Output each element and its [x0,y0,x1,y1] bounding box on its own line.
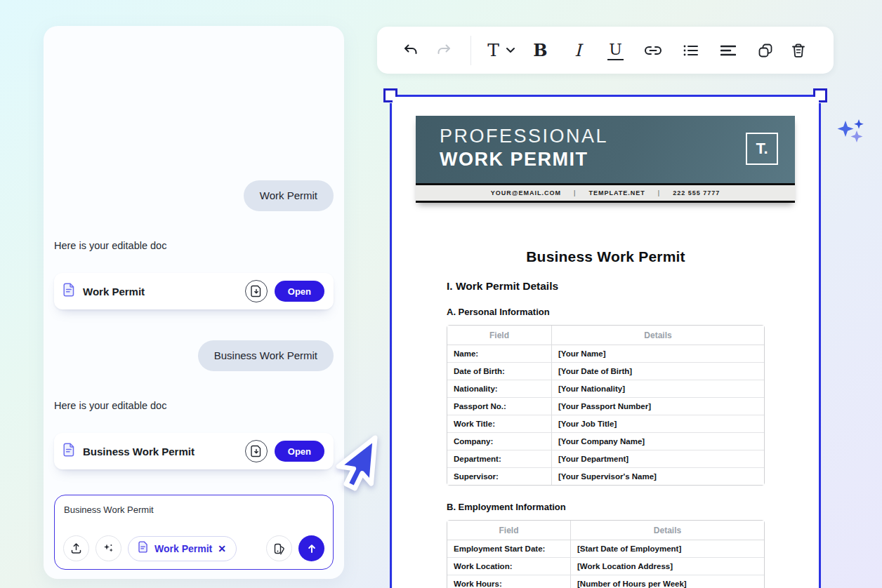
attachment-chip[interactable]: Work Permit ✕ [128,536,237,561]
ai-sparkles-button[interactable] [96,535,121,561]
bold-button[interactable]: B [522,36,560,65]
user-message-bubble: Work Permit [244,180,334,211]
contact-site: TEMPLATE.NET [588,189,645,196]
table-row: Department:[Your Department] [447,450,764,468]
formatting-toolbar: T B I U [377,27,834,74]
doc-card[interactable]: Work Permit Open [54,273,334,309]
field-cell: Supervisor: [447,468,551,485]
chevron-down-icon [506,47,515,53]
download-doc-button[interactable] [245,440,268,462]
field-cell: Company: [447,433,551,450]
field-cell: Passport No.: [447,398,551,415]
details-cell: [Your Supervisor's Name] [551,468,764,485]
undo-icon[interactable] [397,36,425,65]
remove-attachment-icon[interactable]: ✕ [218,543,226,554]
details-cell: [Your Company Name] [551,433,764,450]
selection-frame-right [819,103,821,588]
italic-label: I [574,41,581,60]
table-header-row: Field Details [447,326,764,345]
assistant-message-text: Here is your editable doc [54,400,166,411]
selection-frame-left [390,103,392,588]
subsection-heading-b: B. Employment Information [447,502,566,512]
table-row: Work Hours:[Number of Hours per Week] [447,575,764,588]
table-row: Work Title:[Your Job Title] [447,415,764,433]
italic-button[interactable]: I [559,36,597,65]
details-cell: [Your Name] [551,345,764,363]
chat-composer[interactable]: Business Work Permit Work Permit ✕ [54,495,334,570]
document-icon [63,283,76,300]
sparkle-small [854,119,864,129]
contact-email: YOUR@EMAIL.COM [491,189,561,196]
table-row: Work Location:[Work Location Address] [447,558,764,575]
doc-card-title: Business Work Permit [83,446,195,457]
cursor-pointer-decoration [333,432,395,500]
field-cell: Name: [447,345,551,363]
table-row: Nationality:[Your Nationality] [447,380,764,398]
table-row: Supervisor:[Your Supervisor's Name] [447,468,764,485]
details-header: Details [551,326,764,345]
open-doc-button[interactable]: Open [275,441,324,462]
open-doc-button[interactable]: Open [275,281,324,302]
field-cell: Nationality: [447,380,551,398]
document-title: Business Work Permit [393,248,819,265]
table-row: Employment Start Date:[Start Date of Emp… [447,540,764,558]
align-icon[interactable] [709,36,747,65]
underline-label: U [607,41,624,60]
table-row: Name:[Your Name] [447,345,764,363]
chat-panel: Work Permit Here is your editable doc Wo… [44,26,344,579]
document-header-image: PROFESSIONAL WORK PERMIT T. YOUR@EMAIL.C… [416,116,795,203]
brand-logo: T. [746,133,778,165]
text-style-dropdown[interactable]: T [481,36,521,65]
composer-toolbar: Work Permit ✕ [63,535,324,561]
doc-card[interactable]: Business Work Permit Open [54,433,334,469]
details-cell: [Your Date of Birth] [551,363,764,380]
details-cell: [Your Passport Number] [551,398,764,415]
redo-icon[interactable] [430,36,459,65]
details-cell: [Number of Hours per Week] [570,575,764,588]
details-cell: [Start Date of Employment] [570,540,764,558]
header-rule-bottom [416,201,795,203]
send-button[interactable] [298,535,324,561]
delete-icon[interactable] [783,36,814,65]
contact-separator: | [658,189,660,196]
field-cell: Work Location: [447,558,570,575]
attachment-doc-icon [138,541,149,556]
header-contact-bar: YOUR@EMAIL.COM | TEMPLATE.NET | 222 555 … [416,185,795,201]
field-cell: Date of Birth: [447,363,551,380]
underline-button[interactable]: U [597,36,635,65]
personal-info-table: Field Details Name:[Your Name]Date of Bi… [447,325,765,486]
contact-separator: | [574,189,576,196]
contact-phone: 222 555 7777 [673,189,720,196]
download-doc-button[interactable] [245,280,268,302]
design-templates-button[interactable] [266,535,292,561]
field-cell: Work Title: [447,415,551,433]
field-cell: Employment Start Date: [447,540,570,558]
user-message-text: Work Permit [260,189,317,201]
field-cell: Work Hours: [447,575,570,588]
sparkle-medium [851,131,863,142]
table-header-row: Field Details [447,521,764,540]
header-banner: PROFESSIONAL WORK PERMIT T. [416,116,795,183]
table-row: Passport No.:[Your Passport Number] [447,398,764,415]
upload-button[interactable] [63,535,89,561]
details-cell: [Your Job Title] [551,415,764,433]
link-icon[interactable] [634,36,672,65]
toolbar-divider [470,36,471,65]
text-style-label: T [487,40,499,60]
header-line2: WORK PERMIT [440,149,588,171]
user-message-text: Business Work Permit [214,349,317,361]
copy-icon[interactable] [747,36,784,65]
bullet-list-icon[interactable] [672,36,710,65]
bold-label: B [533,40,547,60]
document-canvas[interactable]: PROFESSIONAL WORK PERMIT T. YOUR@EMAIL.C… [393,97,819,588]
details-header: Details [570,521,764,540]
user-message-bubble: Business Work Permit [198,340,334,371]
field-header: Field [447,521,570,540]
attachment-chip-label: Work Permit [154,543,212,554]
table-row: Company:[Your Company Name] [447,433,764,450]
subsection-heading-a: A. Personal Information [447,307,550,317]
document-icon [63,443,76,460]
composer-input[interactable]: Business Work Permit [64,505,154,515]
details-cell: [Work Location Address] [570,558,764,575]
sparkle-large [838,121,854,137]
